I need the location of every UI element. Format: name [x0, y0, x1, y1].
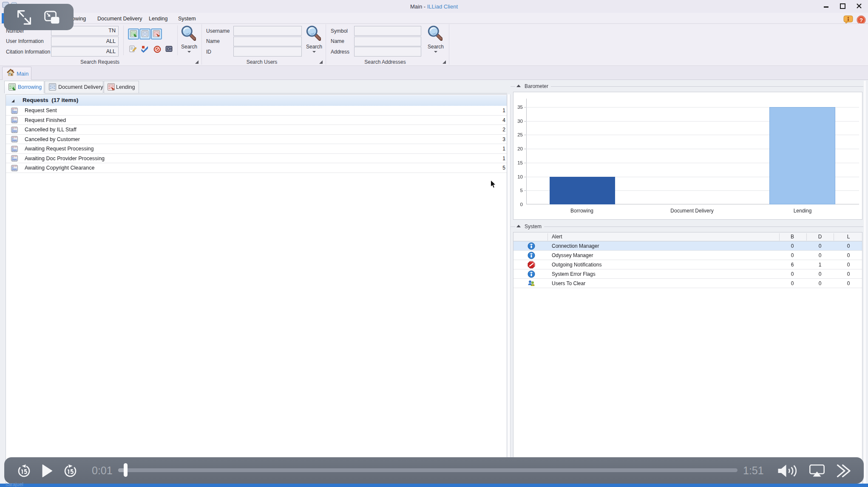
svg-text:?: ?	[859, 17, 863, 23]
